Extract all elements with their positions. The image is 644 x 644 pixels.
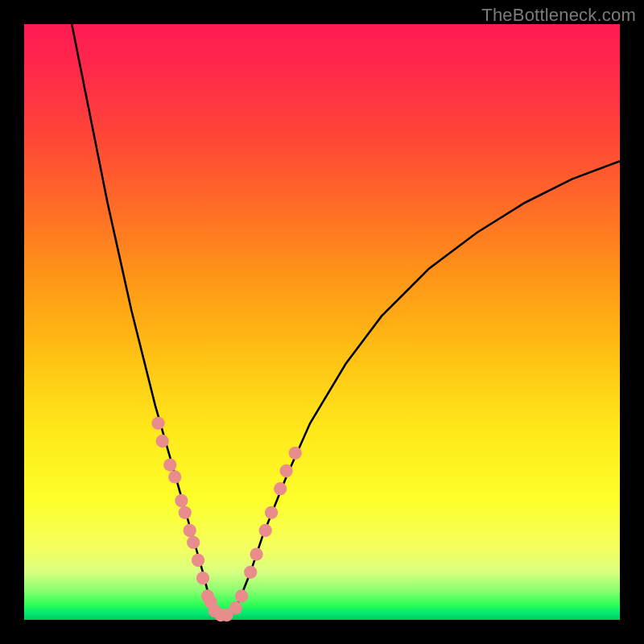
- chart-plot-area: [24, 24, 620, 620]
- data-dot: [274, 482, 287, 495]
- data-dot: [289, 447, 302, 460]
- data-dot: [163, 458, 176, 471]
- data-dot: [187, 536, 200, 549]
- data-dot: [156, 435, 169, 448]
- data-dot: [196, 572, 209, 584]
- data-dot: [250, 547, 262, 560]
- data-dot: [175, 494, 188, 507]
- data-dot: [259, 524, 272, 537]
- data-dot: [279, 464, 292, 477]
- data-dot: [235, 589, 248, 602]
- watermark-text: TheBottleneck.com: [481, 5, 636, 26]
- data-dot: [244, 566, 257, 579]
- data-dot: [192, 554, 204, 567]
- data-dot: [229, 601, 242, 614]
- data-dot: [179, 506, 192, 519]
- data-dot: [184, 524, 196, 537]
- data-dots-group: [151, 417, 301, 622]
- data-dot: [265, 506, 278, 519]
- data-dot: [168, 470, 181, 483]
- data-dot: [151, 417, 164, 430]
- outer-frame: TheBottleneck.com: [0, 0, 644, 644]
- chart-svg: [24, 24, 620, 620]
- bottleneck-curve-path: [72, 24, 620, 620]
